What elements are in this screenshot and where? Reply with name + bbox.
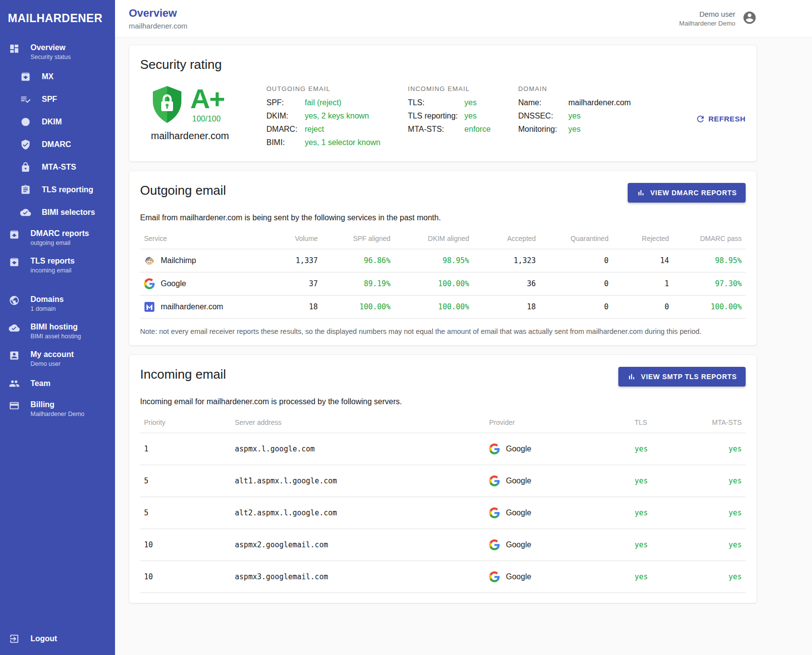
sidebar-item-sub: outgoing email <box>30 239 89 246</box>
dmarc-value: reject <box>305 125 324 134</box>
mta-sts-cell: yes <box>685 433 746 465</box>
sidebar-item-label: DMARC <box>42 140 71 149</box>
accepted-cell: 1,323 <box>473 249 540 272</box>
user-name: Demo user <box>679 10 735 18</box>
incoming-email-summary: INCOMING EMAIL TLS:yes TLS reporting:yes… <box>408 85 491 151</box>
sidebar-item-bimi-selectors[interactable]: BIMI selectors <box>0 201 115 224</box>
spf-aligned-cell: 89.19% <box>322 272 395 296</box>
sidebar-item-logout[interactable]: Logout <box>0 627 115 650</box>
sidebar-item-spf[interactable]: SPF <box>0 88 115 111</box>
sidebar-item-label: TLS reporting <box>42 185 93 195</box>
sidebar-item-domains[interactable]: Domains 1 domain <box>0 290 115 317</box>
tls-label: TLS: <box>408 98 464 107</box>
sidebar-item-dmarc-reports[interactable]: DMARC reports outgoing email <box>0 224 115 251</box>
rejected-cell: 0 <box>612 296 673 319</box>
outgoing-email-summary: OUTGOING EMAIL SPF:fail (reject) DKIM:ye… <box>266 85 380 151</box>
mta-sts-cell: yes <box>685 561 746 593</box>
avatar[interactable] <box>742 10 757 27</box>
server-address-cell: aspmx.l.google.com <box>231 433 485 465</box>
security-rating-title: Security rating <box>140 57 746 72</box>
view-smtp-tls-reports-label: VIEW SMTP TLS REPORTS <box>641 373 737 381</box>
rejected-cell: 14 <box>612 249 673 272</box>
sidebar-item-my-account[interactable]: My account Demo user <box>0 345 115 372</box>
sidebar-item-dmarc[interactable]: DMARC <box>0 133 115 156</box>
cloud-check-icon <box>8 322 20 334</box>
tls-reporting-label: TLS reporting: <box>408 112 464 120</box>
refresh-icon <box>696 114 705 124</box>
shield-check-icon <box>20 139 31 150</box>
people-icon <box>8 378 20 389</box>
quarantined-cell: 0 <box>540 272 612 296</box>
sidebar-item-bimi-hosting[interactable]: BIMI hosting BIMI asset hosting <box>0 317 115 345</box>
bimi-value: yes, 1 selector known <box>305 138 380 147</box>
column-header-service: Service <box>140 228 261 249</box>
page-content: Security rating A+ <box>115 37 812 622</box>
bar-chart-icon <box>637 188 645 197</box>
sidebar-item-mta-sts[interactable]: MTA-STS <box>0 156 115 179</box>
column-header-mta-sts: MTA-STS <box>685 412 746 433</box>
lock-icon <box>20 161 31 173</box>
rated-domain: mailhardener.com <box>151 130 266 142</box>
outgoing-email-table: Service Volume SPF aligned DKIM aligned … <box>140 228 746 319</box>
incoming-email-table: Priority Server address Provider TLS MTA… <box>140 412 746 593</box>
dkim-aligned-cell: 100.00% <box>394 272 473 296</box>
service-name: Google <box>161 279 186 288</box>
sidebar-item-tls-reports[interactable]: TLS reports incoming email <box>0 251 115 279</box>
dnssec-value: yes <box>568 112 580 120</box>
priority-cell: 10 <box>140 561 231 593</box>
sidebar-item-dkim[interactable]: DKIM <box>0 111 115 133</box>
page-title: Overview <box>129 7 187 20</box>
security-rating-card: Security rating A+ <box>129 45 757 162</box>
sidebar-item-label: TLS reports <box>30 256 75 266</box>
volume-cell: 37 <box>261 272 321 296</box>
server-address-cell: alt1.aspmx.l.google.com <box>231 465 485 497</box>
dkim-value: yes, 2 keys known <box>305 112 369 120</box>
column-header-dmarc-pass: DMARC pass <box>673 228 746 249</box>
sidebar-item-tls-reporting[interactable]: TLS reporting <box>0 179 115 201</box>
outgoing-email-description: Email from mailhardener.com is being sen… <box>140 213 746 222</box>
sidebar-item-sub: incoming email <box>30 267 75 274</box>
refresh-button[interactable]: REFRESH <box>696 85 746 151</box>
name-value: mailhardener.com <box>568 98 631 107</box>
sidebar-item-mx[interactable]: MX <box>0 65 115 88</box>
monitoring-label: Monitoring: <box>518 125 568 134</box>
logout-icon <box>8 633 20 645</box>
page-subtitle: mailhardener.com <box>129 22 187 30</box>
mailchimp-icon <box>144 255 155 266</box>
server-address-cell: aspmx2.googlemail.com <box>231 529 485 561</box>
sidebar-item-label: Logout <box>30 634 57 644</box>
tls-cell: yes <box>631 465 685 497</box>
column-header-accepted: Accepted <box>473 228 540 249</box>
sidebar-nav: Overview Security status MX SPF DKIM <box>0 38 115 422</box>
view-smtp-tls-reports-button[interactable]: VIEW SMTP TLS REPORTS <box>618 367 746 387</box>
table-row: 5 alt1.aspmx.l.google.com Google yes yes <box>140 465 746 497</box>
dkim-label: DKIM: <box>266 112 305 120</box>
sidebar-item-label: Team <box>30 379 51 388</box>
bimi-label: BIMI: <box>266 138 305 147</box>
list-check-icon <box>20 93 31 105</box>
incoming-email-title: Incoming email <box>140 367 618 382</box>
priority-cell: 5 <box>140 465 231 497</box>
service-name: Mailchimp <box>161 256 196 265</box>
table-row: Google 37 89.19% 100.00% 36 0 1 97.30% <box>140 272 746 296</box>
top-header: Overview mailhardener.com Demo user Mail… <box>115 0 812 37</box>
sidebar-item-billing[interactable]: Billing Mailhardener Demo <box>0 395 115 422</box>
dkim-aligned-cell: 100.00% <box>394 296 473 319</box>
sidebar-item-team[interactable]: Team <box>0 372 115 395</box>
inbox-up-icon <box>8 229 20 240</box>
table-row: 10 aspmx3.googlemail.com Google yes yes <box>140 561 746 593</box>
priority-cell: 1 <box>140 433 231 465</box>
volume-cell: 18 <box>261 296 321 319</box>
credit-card-icon <box>8 400 20 412</box>
globe-icon <box>8 295 20 306</box>
table-row: Mailchimp 1,337 96.86% 98.95% 1,323 0 14… <box>140 249 746 272</box>
sidebar-item-overview[interactable]: Overview Security status <box>0 38 115 65</box>
provider-name: Google <box>506 508 531 517</box>
dnssec-label: DNSSEC: <box>518 112 568 120</box>
sidebar-item-label: Overview <box>30 43 71 53</box>
table-row: 5 alt2.aspmx.l.google.com Google yes yes <box>140 497 746 529</box>
view-dmarc-reports-button[interactable]: VIEW DMARC REPORTS <box>628 183 746 203</box>
priority-cell: 5 <box>140 497 231 529</box>
domain-heading: DOMAIN <box>518 85 631 92</box>
user-org: Mailhardener Demo <box>679 20 735 27</box>
